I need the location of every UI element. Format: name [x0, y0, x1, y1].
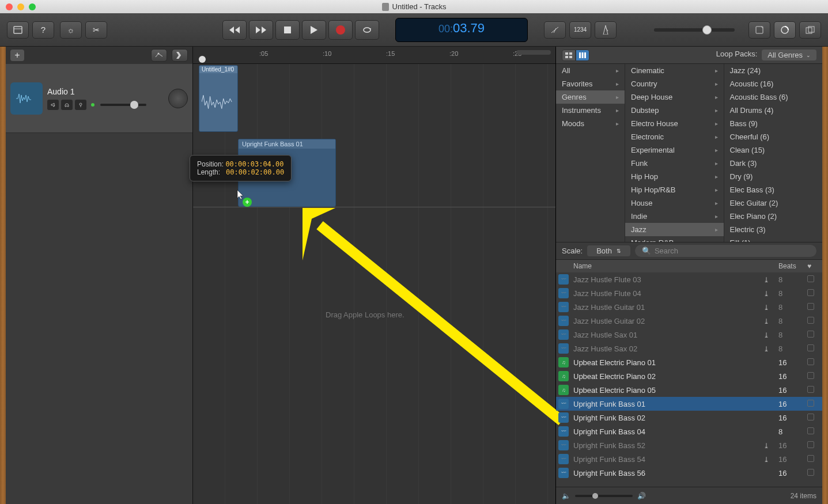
loop-row[interactable]: 〰Jazz Hustle Sax 01⤓8: [556, 328, 822, 342]
favorite-checkbox[interactable]: [807, 455, 822, 464]
loop-row[interactable]: 〰Upright Funk Bass 5616: [556, 466, 822, 480]
playhead[interactable]: [199, 56, 206, 63]
tuner-button[interactable]: [544, 21, 566, 39]
favorite-checkbox[interactable]: [807, 400, 822, 408]
loop-row[interactable]: ♫Upbeat Electric Piano 0216: [556, 369, 822, 383]
category-item[interactable]: Electro House▸: [625, 117, 724, 130]
col-beats-header[interactable]: Beats: [778, 262, 807, 270]
category-item[interactable]: All▸: [556, 64, 625, 77]
maximize-button[interactable]: [29, 3, 36, 10]
category-item[interactable]: Cinematic▸: [625, 64, 724, 77]
download-icon[interactable]: ⤓: [763, 304, 769, 312]
mute-button[interactable]: [47, 100, 59, 110]
loop-row[interactable]: 〰Upright Funk Bass 048: [556, 425, 822, 438]
category-item[interactable]: Jazz (24): [724, 64, 823, 77]
category-item[interactable]: Jazz▸: [625, 223, 724, 236]
download-icon[interactable]: ⤓: [763, 442, 769, 450]
scale-dropdown[interactable]: Both ⇅: [587, 245, 630, 256]
input-button[interactable]: [75, 100, 86, 110]
loop-row[interactable]: 〰Upright Funk Bass 54⤓16: [556, 452, 822, 466]
loop-row[interactable]: 〰Jazz Hustle Flute 03⤓8: [556, 272, 822, 286]
category-item[interactable]: Elec Guitar (2): [724, 196, 823, 210]
download-icon[interactable]: ⤓: [763, 331, 769, 339]
library-button[interactable]: [7, 21, 29, 39]
download-icon[interactable]: ⤓: [763, 276, 769, 284]
headphone-button[interactable]: [61, 100, 73, 110]
track-volume-slider[interactable]: [100, 104, 146, 106]
download-icon[interactable]: ⤓: [763, 345, 769, 353]
column-view-button[interactable]: [576, 50, 589, 61]
loop-row[interactable]: 〰Upright Funk Bass 0116: [556, 397, 822, 411]
button-view-button[interactable]: [562, 50, 576, 61]
category-item[interactable]: Acoustic (16): [724, 77, 823, 90]
favorite-checkbox[interactable]: [807, 441, 822, 450]
category-item[interactable]: House▸: [625, 196, 724, 210]
stop-button[interactable]: [275, 20, 300, 40]
favorite-checkbox[interactable]: [807, 358, 822, 367]
master-volume-slider[interactable]: [654, 28, 735, 32]
loop-row[interactable]: 〰Jazz Hustle Guitar 02⤓8: [556, 314, 822, 328]
metronome-button[interactable]: [595, 21, 617, 39]
category-item[interactable]: Dubstep▸: [625, 104, 724, 117]
category-item[interactable]: Dry (9): [724, 170, 823, 183]
category-item[interactable]: Fill (1): [724, 236, 823, 242]
favorite-checkbox[interactable]: [807, 372, 822, 381]
volume-knob[interactable]: [702, 25, 712, 35]
cycle-button[interactable]: [355, 20, 379, 40]
loop-packs-dropdown[interactable]: All Genres ⌄: [762, 50, 816, 60]
minimize-button[interactable]: [17, 3, 24, 10]
loop-row[interactable]: ♫Upbeat Electric Piano 0516: [556, 383, 822, 397]
category-item[interactable]: Clean (15): [724, 143, 823, 157]
category-item[interactable]: Dark (3): [724, 157, 823, 170]
category-item[interactable]: Deep House▸: [625, 90, 724, 104]
favorite-checkbox[interactable]: [807, 303, 822, 312]
category-item[interactable]: Instruments▸: [556, 104, 625, 117]
col-name-header[interactable]: Name: [571, 262, 763, 270]
favorite-checkbox[interactable]: [807, 317, 822, 325]
loop-browser-button[interactable]: [774, 21, 796, 39]
audio-region[interactable]: Untitled_1#0: [199, 65, 238, 132]
category-item[interactable]: Modern R&B▸: [625, 236, 724, 242]
favorite-checkbox[interactable]: [807, 414, 822, 422]
automation-button[interactable]: [151, 49, 167, 62]
close-button[interactable]: [6, 3, 13, 10]
category-item[interactable]: Genres▸: [556, 90, 625, 104]
rewind-button[interactable]: [222, 20, 247, 40]
catch-playhead-button[interactable]: [172, 49, 188, 62]
loop-row[interactable]: 〰Upright Funk Bass 0216: [556, 411, 822, 425]
notepad-button[interactable]: [748, 21, 770, 39]
loop-row[interactable]: 〰Upright Funk Bass 52⤓16: [556, 438, 822, 452]
category-item[interactable]: Country▸: [625, 77, 724, 90]
timeline-ruler[interactable]: :05 :10 :15 :20 :25: [193, 47, 555, 64]
category-item[interactable]: Funk▸: [625, 157, 724, 170]
smart-controls-button[interactable]: ☼: [60, 21, 82, 39]
loop-row[interactable]: ♫Upbeat Electric Piano 0116: [556, 355, 822, 369]
category-item[interactable]: Cheerful (6): [724, 130, 823, 143]
category-item[interactable]: Hip Hop▸: [625, 170, 724, 183]
category-item[interactable]: Moods▸: [556, 117, 625, 130]
play-button[interactable]: [302, 20, 326, 40]
add-track-button[interactable]: +: [10, 50, 24, 61]
favorite-checkbox[interactable]: [807, 386, 822, 395]
help-button[interactable]: ?: [32, 21, 54, 39]
media-browser-button[interactable]: [799, 21, 821, 39]
track-row[interactable]: Audio 1: [6, 64, 192, 133]
download-icon[interactable]: ⤓: [763, 456, 769, 464]
category-item[interactable]: All Drums (4): [724, 104, 823, 117]
category-item[interactable]: Elec Bass (3): [724, 183, 823, 196]
category-item[interactable]: Favorites▸: [556, 77, 625, 90]
category-item[interactable]: Electric (3): [724, 223, 823, 236]
download-icon[interactable]: ⤓: [763, 317, 769, 325]
loop-row[interactable]: 〰Jazz Hustle Guitar 01⤓8: [556, 300, 822, 314]
preview-volume-slider[interactable]: [575, 495, 633, 497]
time-display[interactable]: 00: 00:03: 03.79: [395, 18, 528, 42]
favorite-checkbox[interactable]: [807, 427, 822, 436]
horizontal-zoom-slider[interactable]: [516, 50, 551, 55]
favorite-checkbox[interactable]: [807, 331, 822, 339]
arrange-area[interactable]: Untitled_1#0 Upright Funk Bass 01 Positi…: [193, 64, 555, 504]
search-input[interactable]: 🔍 Search: [635, 245, 816, 257]
download-icon[interactable]: ⤓: [763, 290, 769, 298]
scissors-button[interactable]: ✂: [85, 21, 107, 39]
category-item[interactable]: Bass (9): [724, 117, 823, 130]
pan-knob[interactable]: [168, 89, 188, 108]
